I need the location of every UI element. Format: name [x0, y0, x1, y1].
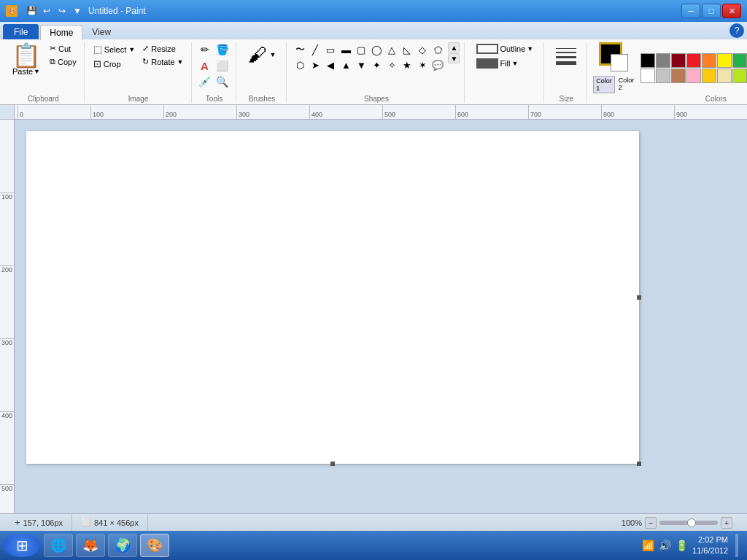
shape-right-arrow[interactable]: ➤ [308, 58, 322, 72]
shapes-scroll-down[interactable]: ▼ [448, 53, 460, 63]
outline-dropdown[interactable]: Outline ▼ [473, 42, 536, 55]
close-button[interactable]: ✕ [722, 4, 741, 18]
tray-battery-icon[interactable]: 🔋 [676, 540, 688, 551]
shape-star5[interactable]: ★ [400, 58, 414, 72]
firefox-icon: 🦊 [82, 537, 98, 553]
shape-callout[interactable]: 💬 [430, 58, 445, 72]
shape-freehand[interactable]: 〜 [293, 42, 307, 57]
canvas-scroll-area[interactable] [15, 120, 747, 513]
taskbar-ie[interactable]: 🌐 [44, 534, 73, 557]
cut-button[interactable]: ✂ Cut [47, 42, 80, 55]
paste-button[interactable]: 📋 Paste▼ [7, 42, 45, 77]
color2-tab[interactable]: Color 2 [616, 76, 637, 93]
size-line-4[interactable] [556, 61, 576, 65]
taskbar-paint[interactable]: 🎨 [140, 534, 169, 557]
color1-tab[interactable]: Color 1 [593, 76, 615, 93]
palette-color-4[interactable] [702, 53, 716, 68]
shape-pentagon[interactable]: ⬠ [430, 42, 445, 57]
show-desktop-btn[interactable] [735, 534, 738, 557]
shape-right-tri[interactable]: ◺ [400, 42, 414, 57]
undo-quick-btn[interactable]: ↩ [40, 4, 53, 18]
maximize-button[interactable]: □ [702, 4, 721, 18]
minimize-button[interactable]: ─ [681, 4, 700, 18]
taskbar-firefox[interactable]: 🦊 [76, 534, 105, 557]
save-quick-btn[interactable]: 💾 [25, 4, 38, 18]
fill-tool[interactable]: 🪣 [215, 42, 230, 57]
palette-color-13[interactable] [686, 69, 701, 83]
v-ruler-tick-300: 300 [0, 338, 14, 346]
palette-color-12[interactable] [671, 69, 686, 83]
pencil-tool[interactable]: ✏ [198, 42, 212, 57]
zoom-slider-thumb[interactable] [687, 518, 696, 527]
shape-up-arrow[interactable]: ▲ [338, 58, 353, 72]
palette-color-16[interactable] [732, 69, 747, 83]
tray-volume-icon[interactable]: 🔊 [659, 540, 671, 551]
select-button[interactable]: ⬚ Select ▼ [90, 42, 139, 56]
shape-rect2[interactable]: ▬ [338, 42, 353, 57]
size-line-3[interactable] [556, 56, 576, 58]
brushes-button[interactable]: 🖌 ▼ [242, 42, 282, 67]
magnify-tool[interactable]: 🔍 [215, 74, 230, 89]
fill-dropdown[interactable]: Fill ▼ [473, 57, 536, 70]
shape-ellipse[interactable]: ◯ [369, 42, 384, 57]
shape-rounded-rect[interactable]: ▢ [354, 42, 368, 57]
h-ruler-tick-400: 400 [309, 105, 322, 119]
shapes-scroll-up[interactable]: ▲ [448, 42, 460, 52]
size-line-1[interactable] [556, 48, 576, 49]
palette-color-5[interactable] [717, 53, 732, 68]
size-line-2[interactable] [556, 52, 576, 53]
copy-icon: ⧉ [50, 57, 55, 66]
customize-quick-btn[interactable]: ▼ [71, 4, 84, 18]
shape-rect[interactable]: ▭ [323, 42, 338, 57]
handle-bottom-right[interactable] [637, 462, 641, 466]
taskbar-browser2[interactable]: 🌍 [108, 534, 137, 557]
shape-triangle[interactable]: △ [384, 42, 399, 57]
copy-button[interactable]: ⧉ Copy [47, 55, 80, 68]
shape-diamond[interactable]: ◇ [415, 42, 430, 57]
tray-clock[interactable]: 2:02 PM 11/6/2012 [692, 534, 728, 557]
palette-color-0[interactable] [640, 53, 655, 68]
palette-color-14[interactable] [702, 69, 716, 83]
shape-4-arrow[interactable]: ✦ [369, 58, 384, 72]
zoom-in-btn[interactable]: + [721, 517, 732, 529]
shape-down-arrow[interactable]: ▼ [354, 58, 368, 72]
tray-network-icon[interactable]: 📶 [642, 540, 654, 551]
main-content: File Home View ? 📋 Paste▼ ✂ [0, 22, 747, 531]
zoom-out-btn[interactable]: − [645, 517, 657, 529]
tools-content: ✏ 🪣 A ⬜ 💉 🔍 [198, 42, 231, 93]
tab-view[interactable]: View [82, 24, 120, 39]
palette-color-10[interactable] [640, 69, 655, 83]
tab-home[interactable]: Home [40, 25, 82, 40]
palette-color-11[interactable] [656, 69, 670, 83]
shape-line[interactable]: ╱ [308, 42, 322, 57]
text-tool[interactable]: A [198, 58, 212, 73]
tab-file[interactable]: File [3, 24, 39, 39]
h-ruler-tick-900: 900 [674, 105, 687, 119]
shape-hex[interactable]: ⬡ [293, 58, 307, 72]
color2-box[interactable] [611, 54, 628, 71]
palette-color-6[interactable] [732, 53, 747, 68]
tray-date-display: 11/6/2012 [692, 545, 728, 556]
redo-quick-btn[interactable]: ↪ [55, 4, 69, 18]
palette-color-1[interactable] [656, 53, 670, 68]
handle-bottom-center[interactable] [330, 462, 335, 466]
canvas-paper[interactable] [26, 131, 639, 464]
system-tray: 📶 🔊 🔋 2:02 PM 11/6/2012 [636, 534, 744, 557]
shape-star6[interactable]: ✶ [415, 58, 430, 72]
shape-star4[interactable]: ✧ [384, 58, 399, 72]
palette-color-3[interactable] [686, 53, 701, 68]
color-pick-tool[interactable]: 💉 [198, 74, 212, 89]
help-button[interactable]: ? [729, 23, 744, 38]
resize-button[interactable]: ⤢ Resize [139, 42, 186, 55]
shape-left-arrow[interactable]: ◀ [323, 58, 338, 72]
crop-button[interactable]: ⊡ Crop [90, 57, 139, 71]
resize-icon: ⤢ [142, 44, 149, 53]
rotate-button[interactable]: ↻ Rotate ▼ [139, 55, 186, 68]
palette-color-2[interactable] [671, 53, 686, 68]
palette-color-15[interactable] [717, 69, 732, 83]
start-button[interactable]: ⊞ [3, 534, 41, 557]
zoom-slider-track[interactable] [659, 521, 718, 525]
eraser-tool[interactable]: ⬜ [215, 58, 230, 73]
handle-right-center[interactable] [637, 295, 641, 300]
h-ruler-tick-200: 200 [163, 105, 177, 119]
